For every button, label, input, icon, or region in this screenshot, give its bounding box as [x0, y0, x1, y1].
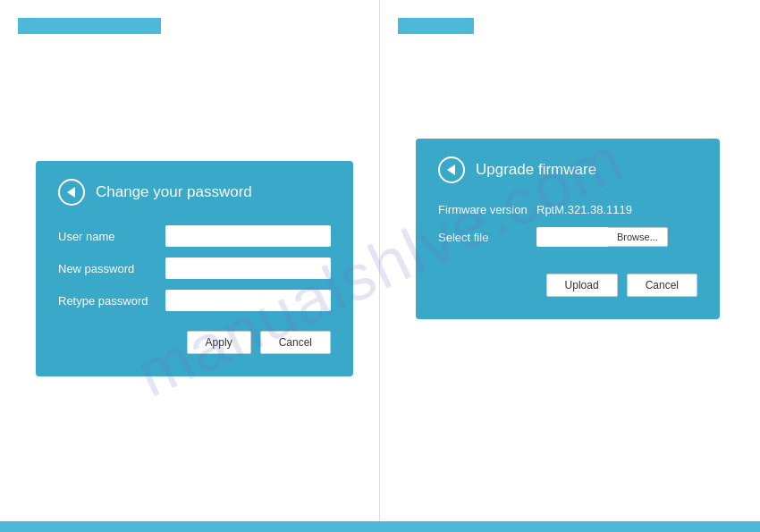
new-password-row: New password	[58, 258, 331, 279]
change-password-back-button[interactable]	[58, 179, 85, 206]
right-top-bar	[398, 18, 474, 34]
upgrade-firmware-dialog: Upgrade firmware Firmware version RptM.3…	[416, 139, 720, 319]
firmware-version-row: Firmware version RptM.321.38.1119	[438, 203, 697, 216]
new-password-label: New password	[58, 262, 165, 275]
right-panel: Upgrade firmware Firmware version RptM.3…	[380, 0, 760, 532]
upgrade-back-arrow-icon	[447, 165, 455, 175]
retype-password-row: Retype password	[58, 290, 331, 311]
apply-button[interactable]: Apply	[187, 331, 251, 354]
cancel-button[interactable]: Cancel	[260, 331, 331, 354]
select-file-row: Select file Browse...	[438, 227, 697, 247]
upload-button[interactable]: Upload	[546, 274, 618, 297]
file-input-wrapper: Browse...	[536, 227, 697, 247]
username-row: User name	[58, 225, 331, 247]
back-arrow-icon	[67, 187, 75, 198]
dialog-header: Change your password	[58, 179, 331, 206]
upgrade-cancel-button[interactable]: Cancel	[627, 274, 697, 297]
username-input[interactable]	[165, 225, 331, 247]
browse-button[interactable]: Browse...	[608, 227, 668, 247]
retype-password-label: Retype password	[58, 294, 165, 308]
left-panel: Change your password User name New passw…	[0, 0, 380, 532]
change-password-title: Change your password	[96, 183, 252, 201]
retype-password-input[interactable]	[165, 290, 331, 311]
left-top-bar	[18, 18, 161, 34]
change-password-footer: Apply Cancel	[58, 331, 331, 354]
new-password-input[interactable]	[165, 258, 331, 279]
bottom-bar	[0, 521, 760, 532]
firmware-version-label: Firmware version	[438, 203, 536, 216]
upgrade-footer: Upload Cancel	[438, 274, 697, 297]
change-password-dialog: Change your password User name New passw…	[36, 161, 353, 376]
username-label: User name	[58, 230, 165, 243]
page-wrapper: Change your password User name New passw…	[0, 0, 760, 532]
select-file-label: Select file	[438, 231, 536, 244]
file-path-input[interactable]	[536, 227, 608, 247]
upgrade-firmware-title: Upgrade firmware	[476, 161, 596, 179]
upgrade-back-button[interactable]	[438, 156, 465, 183]
firmware-version-value: RptM.321.38.1119	[536, 203, 632, 216]
upgrade-dialog-header: Upgrade firmware	[438, 156, 697, 183]
